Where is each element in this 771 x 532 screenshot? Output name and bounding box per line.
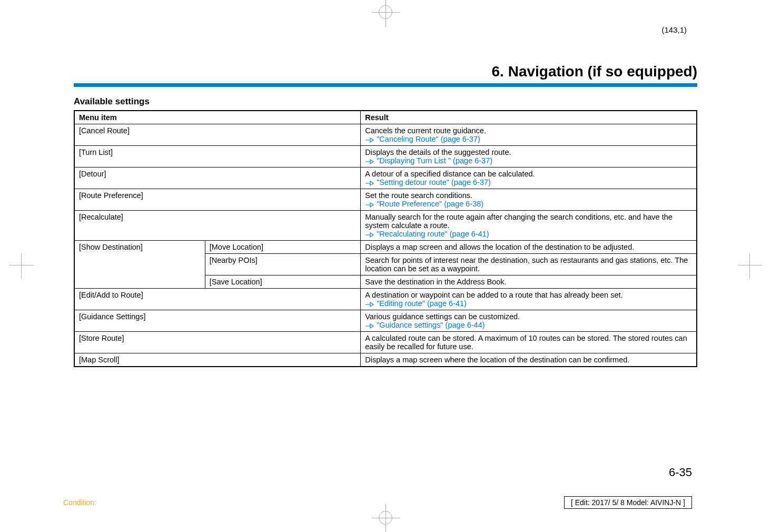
table-row: [Route Preference] Set the route search …: [74, 189, 697, 211]
hand-icon: [365, 301, 374, 307]
header-menu: Menu item: [74, 111, 361, 124]
result-desc: Set the route search conditions.: [365, 191, 472, 200]
hand-icon: [365, 231, 374, 238]
hand-icon: [365, 201, 374, 208]
submenu-cell: [Save Location]: [205, 275, 361, 289]
chapter-bar: [74, 83, 697, 87]
menu-cell: [Recalculate]: [74, 211, 361, 241]
table-row: [Recalculate] Manually search for the ro…: [74, 211, 697, 241]
result-desc: Various guidance settings can be customi…: [365, 312, 520, 321]
table-row: [Cancel Route] Cancels the current route…: [74, 124, 697, 146]
menu-cell: [Show Destination]: [74, 241, 205, 289]
table-row: [Edit/Add to Route] A destination or way…: [74, 289, 697, 310]
crop-mark-top: [379, 5, 392, 21]
crop-mark-left: [21, 253, 22, 279]
page-ref-link[interactable]: "Setting detour route" (page 6-37): [377, 178, 491, 186]
settings-table: Menu item Result [Cancel Route] Cancels …: [74, 110, 697, 367]
result-cell: Save the destination in the Address Book…: [361, 275, 697, 289]
menu-cell: [Detour]: [74, 168, 361, 189]
chapter-title: 6. Navigation (if so equipped): [74, 63, 697, 80]
header-result: Result: [361, 111, 697, 124]
result-cell: Search for points of interest near the d…: [361, 254, 697, 275]
result-desc: A detour of a specified distance can be …: [365, 170, 535, 178]
result-cell: Manually search for the route again afte…: [361, 211, 697, 241]
menu-cell: [Route Preference]: [74, 189, 361, 211]
result-desc: Cancels the current route guidance.: [365, 126, 486, 135]
submenu-cell: [Nearby POIs]: [205, 254, 361, 275]
menu-cell: [Guidance Settings]: [74, 310, 361, 332]
table-row: [Turn List] Displays the details of the …: [74, 146, 697, 168]
result-desc: Displays the details of the suggested ro…: [365, 148, 511, 156]
result-cell: Set the route search conditions. "Route …: [361, 189, 697, 211]
hand-icon: [365, 180, 374, 186]
result-cell: A detour of a specified distance can be …: [361, 168, 697, 189]
result-desc: Manually search for the route again afte…: [365, 213, 673, 230]
table-row: [Detour] A detour of a specified distanc…: [74, 168, 697, 189]
page-ref-link[interactable]: "Editing route" (page 6-41): [377, 299, 467, 308]
menu-cell: [Cancel Route]: [74, 124, 361, 146]
result-cell: Displays the details of the suggested ro…: [361, 146, 697, 168]
page-ref-link[interactable]: "Route Preference" (page 6-38): [377, 200, 483, 208]
page-ref-link[interactable]: "Displaying Turn List " (page 6-37): [377, 156, 492, 165]
result-cell: Cancels the current route guidance. "Can…: [361, 124, 697, 146]
table-row: [Store Route] A calculated route can be …: [74, 332, 697, 353]
crop-mark-bottom: [379, 511, 392, 527]
hand-icon: [365, 322, 374, 329]
crop-mark-right: [749, 253, 750, 279]
menu-cell: [Edit/Add to Route]: [74, 289, 361, 310]
result-cell: Displays a map screen and allows the loc…: [361, 241, 697, 254]
page-ref-link[interactable]: "Recalculating route" (page 6-41): [377, 230, 489, 238]
result-cell: A destination or waypoint can be added t…: [361, 289, 697, 310]
table-row: [Show Destination] [Move Location] Displ…: [74, 241, 697, 254]
submenu-cell: [Move Location]: [205, 241, 361, 254]
edit-info-box: [ Edit: 2017/ 5/ 8 Model: AIVINJ-N ]: [564, 496, 692, 509]
page-content: 6. Navigation (if so equipped) Available…: [74, 63, 697, 367]
menu-cell: [Map Scroll]: [74, 353, 361, 367]
table-row: [Guidance Settings] Various guidance set…: [74, 310, 697, 332]
hand-icon: [365, 158, 374, 164]
result-desc: A destination or waypoint can be added t…: [365, 291, 622, 299]
result-cell: Displays a map screen where the location…: [361, 353, 697, 367]
menu-cell: [Turn List]: [74, 146, 361, 168]
section-heading: Available settings: [74, 96, 697, 107]
condition-label: Condition:: [63, 498, 96, 507]
page-coordinate: (143,1): [661, 25, 687, 34]
result-cell: Various guidance settings can be customi…: [361, 310, 697, 332]
menu-cell: [Store Route]: [74, 332, 361, 353]
page-number: 6-35: [669, 466, 692, 479]
page-ref-link[interactable]: "Guidance settings" (page 6-44): [377, 321, 485, 329]
table-header-row: Menu item Result: [74, 111, 697, 124]
result-cell: A calculated route can be stored. A maxi…: [361, 332, 697, 353]
table-row: [Map Scroll] Displays a map screen where…: [74, 353, 697, 367]
hand-icon: [365, 136, 374, 143]
page-ref-link[interactable]: "Canceling Route" (page 6-37): [377, 135, 480, 143]
